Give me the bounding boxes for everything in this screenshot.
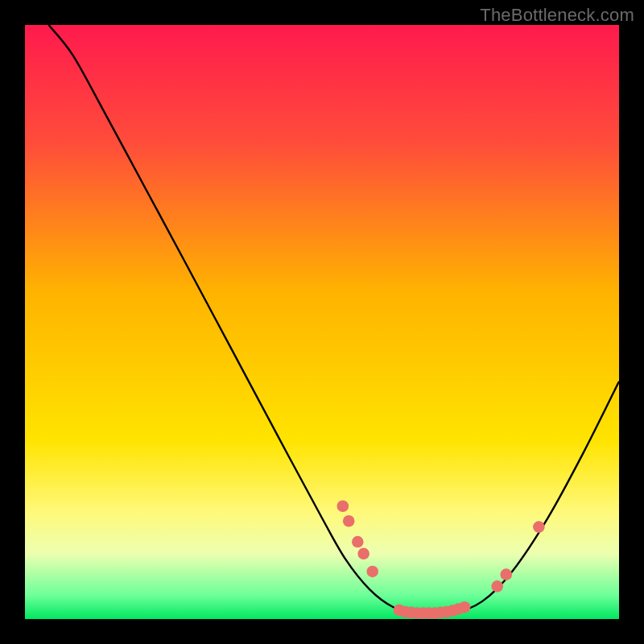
attribution-text: TheBottleneck.com xyxy=(480,5,634,26)
data-marker xyxy=(533,521,545,533)
data-marker xyxy=(366,566,378,578)
data-marker xyxy=(337,500,349,512)
data-marker xyxy=(357,548,369,560)
data-marker xyxy=(459,601,471,613)
data-marker xyxy=(352,536,364,548)
data-marker xyxy=(491,580,503,592)
data-marker xyxy=(500,568,512,580)
data-marker xyxy=(343,515,355,527)
chart-svg xyxy=(25,25,619,619)
gradient-background xyxy=(25,25,619,619)
chart-plot-area xyxy=(25,25,619,619)
